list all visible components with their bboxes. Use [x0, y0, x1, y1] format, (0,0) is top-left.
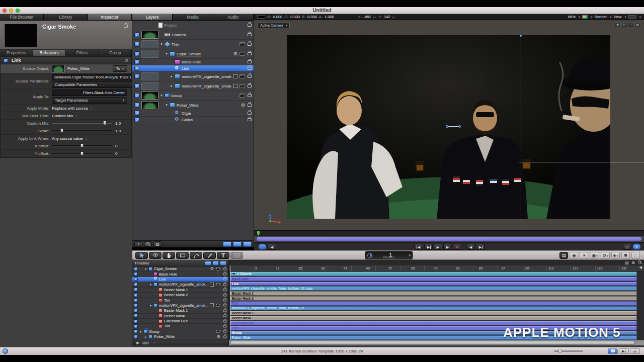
lock-icon[interactable]	[223, 304, 226, 307]
update-icon[interactable]	[632, 244, 641, 250]
tab-behaviors[interactable]: Behaviors	[33, 50, 66, 56]
lock-icon[interactable]	[223, 289, 226, 291]
layer-name[interactable]: motionVFX_cigarette_smok…	[159, 282, 208, 287]
disclosure-triangle-icon[interactable]	[149, 304, 152, 307]
show-columns-button[interactable]	[223, 241, 231, 247]
timeline-layer-row[interactable]: Cigar_Smoke	[132, 266, 228, 272]
visibility-checkbox[interactable]	[134, 314, 138, 318]
playhead-marker[interactable]	[257, 231, 260, 236]
view-menu[interactable]: View	[613, 15, 621, 19]
visibility-checkbox[interactable]	[134, 111, 139, 116]
lock-icon[interactable]	[248, 112, 252, 115]
tab-properties[interactable]: Properties	[0, 50, 33, 56]
gear-icon[interactable]	[233, 52, 237, 56]
apply-to-menu[interactable]: Target Parameters▾	[52, 97, 127, 104]
toolbar-icon-button[interactable]: ▤▾	[559, 252, 568, 259]
layer-name[interactable]: Cigar_Smoke	[154, 266, 177, 271]
layer-name[interactable]: motionVFX_cigarette_smoke_fro…	[182, 84, 231, 88]
timeline-layer-row[interactable]: Tint	[132, 298, 228, 303]
disclosure-triangle-icon[interactable]	[170, 84, 174, 88]
record-button[interactable]	[453, 244, 461, 250]
visibility-checkbox[interactable]	[134, 83, 139, 88]
track-bar[interactable]: Bezier Mask 1	[230, 291, 637, 296]
tab-filters[interactable]: Filters	[66, 50, 99, 56]
layer-row[interactable]: Link	[132, 65, 254, 72]
toolbar-icon-button[interactable]: ∷▾	[631, 252, 640, 259]
disclosure-triangle-icon[interactable]	[165, 52, 169, 56]
layer-name[interactable]: Tint	[164, 298, 170, 303]
previous-frame-button[interactable]	[466, 244, 475, 250]
track-bar[interactable]: motionVFX_cigarette_smoke_from_bottom_01…	[230, 286, 637, 291]
search-button[interactable]	[144, 241, 152, 247]
visibility-checkbox[interactable]	[134, 335, 138, 339]
blend-mode-badge-icon[interactable]	[210, 303, 214, 307]
zoom-slider[interactable]	[554, 350, 583, 352]
layer-name[interactable]: Poker_Wide	[177, 103, 199, 108]
layer-name[interactable]: Link	[182, 66, 189, 71]
layer-name[interactable]: Group	[171, 94, 182, 98]
layer-name[interactable]: Group	[149, 329, 159, 334]
add-layer-button[interactable]: +	[134, 241, 142, 247]
x-offset-slider[interactable]	[52, 145, 112, 146]
timeline-layer-row[interactable]: Group	[132, 329, 228, 334]
horizontal-guide-line[interactable]	[519, 162, 644, 162]
timeline-layer-row[interactable]: Tint	[132, 324, 228, 329]
lock-icon[interactable]	[248, 52, 252, 55]
visibility-checkbox[interactable]	[134, 59, 139, 64]
toolbar-icon-button[interactable]: ▣▾	[590, 252, 599, 259]
timeline-layer-row[interactable]: Bezier Mask 2	[132, 293, 228, 298]
y-offset-slider[interactable]	[52, 153, 112, 154]
frame-counter[interactable]: 1 FRAMES ▾	[365, 251, 413, 260]
layer-name[interactable]: Global	[182, 118, 193, 122]
render-menu[interactable]: Render	[594, 15, 607, 19]
disclosure-triangle-icon[interactable]	[165, 103, 169, 107]
disclosure-triangle-icon[interactable]	[159, 94, 164, 98]
track-bar[interactable]: Black Hole	[230, 277, 637, 281]
mix-over-time-value[interactable]: Custom Mix	[52, 114, 73, 118]
visibility-checkbox[interactable]	[134, 32, 139, 37]
layer-name[interactable]: Cigar	[182, 111, 191, 116]
layer-row[interactable]: motionVFX_cigarette_smoke_fro…	[132, 72, 254, 81]
zoom-icon[interactable]	[638, 260, 641, 263]
visibility-checkbox[interactable]	[134, 117, 139, 122]
apply-mode-value[interactable]: Replace with source	[52, 106, 88, 111]
film-icon[interactable]	[216, 330, 220, 333]
blend-mode-badge-icon[interactable]	[233, 84, 237, 88]
lock-icon[interactable]	[223, 267, 226, 270]
select-arrow-tool[interactable]	[135, 252, 148, 259]
popup-arrows-icon[interactable]: ↕	[75, 114, 77, 118]
track-bar[interactable]: Bezier Mask 2	[230, 296, 637, 301]
track-bar[interactable]: motionVFX_cigarette_smoke_from_bottom_01	[230, 306, 637, 311]
next-frame-button[interactable]	[476, 244, 485, 250]
custom-mix-value[interactable]: 1.0	[115, 121, 127, 126]
film-icon[interactable]	[239, 42, 245, 46]
tab-group[interactable]: Group	[99, 50, 132, 56]
scale-value[interactable]: 1.0	[115, 129, 127, 133]
visibility-checkbox[interactable]	[134, 303, 138, 307]
transform-3d-tool[interactable]	[149, 252, 162, 259]
lock-icon[interactable]	[248, 104, 252, 107]
disclosure-triangle-icon[interactable]	[170, 74, 174, 78]
lock-icon[interactable]	[223, 330, 226, 333]
image-mask-tool[interactable]	[230, 252, 243, 259]
show-project-pane-button[interactable]	[258, 244, 267, 250]
film-icon[interactable]	[216, 283, 220, 286]
scale-slider[interactable]	[52, 130, 112, 131]
row-height-stepper[interactable]: ↕	[153, 341, 155, 345]
disclosure-triangle-icon[interactable]	[149, 283, 152, 286]
blend-mode-badge-icon[interactable]	[233, 74, 237, 78]
vertical-guide-line[interactable]	[521, 36, 521, 229]
layer-name[interactable]: Bezier Mask 1	[164, 288, 188, 292]
layer-name[interactable]: Poker_Wide	[154, 334, 175, 339]
keyframes-view-button[interactable]	[212, 261, 219, 265]
visibility-checkbox[interactable]	[134, 319, 138, 323]
lock-icon[interactable]	[248, 75, 252, 78]
layer-row[interactable]: Cigar	[132, 110, 254, 117]
help-icon[interactable]	[3, 348, 8, 354]
layer-name[interactable]: Link	[159, 277, 166, 282]
track-bar[interactable]: 2 Objects	[230, 272, 637, 276]
film-icon[interactable]	[239, 52, 245, 56]
snapping-icon[interactable]: ▤	[625, 260, 629, 265]
layer-name[interactable]: Tint	[164, 324, 170, 328]
channels-swatch-menu[interactable]	[582, 15, 588, 19]
